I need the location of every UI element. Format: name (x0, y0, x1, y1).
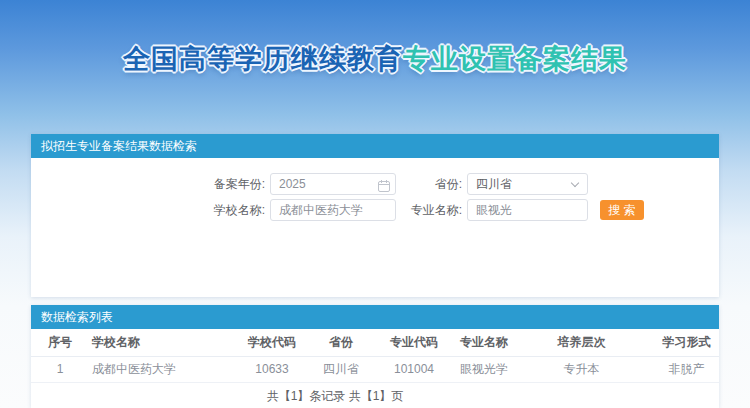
page: { "page": { "title_part1": "全国高等学历继续教育",… (0, 0, 750, 408)
chevron-down-icon (571, 179, 579, 187)
col-header-study-form: 学习形式 (654, 329, 719, 356)
col-header-level: 培养层次 (509, 329, 654, 356)
cell-study-form: 非脱产 (654, 356, 719, 382)
table-row: 1 成都中医药大学 10633 四川省 101004 眼视光学 专升本 非脱产 (31, 356, 719, 382)
col-header-major-name: 专业名称 (459, 329, 509, 356)
cell-index: 1 (31, 356, 89, 382)
search-panel: 拟招生专业备案结果数据检索 备案年份: 省份: 四川省 (31, 134, 719, 297)
page-title-primary: 全国高等学历继续教育 (123, 44, 403, 74)
major-field-wrap (467, 199, 588, 221)
major-name-label: 专业名称: (331, 199, 462, 221)
col-header-province: 省份 (313, 329, 369, 356)
result-panel: 数据检索列表 序号 学校名称 学校代码 省份 专业代码 专业名称 培养层次 学习… (31, 305, 719, 408)
col-header-major-code: 专业代码 (369, 329, 459, 356)
cell-school-code: 10633 (231, 356, 313, 382)
province-select[interactable]: 四川省 (467, 173, 588, 195)
col-header-school-name: 学校名称 (89, 329, 231, 356)
table-header-row: 序号 学校名称 学校代码 省份 专业代码 专业名称 培养层次 学习形式 (31, 329, 719, 356)
page-title: 全国高等学历继续教育专业设置备案结果 (0, 41, 750, 77)
province-label: 省份: (331, 173, 462, 195)
page-title-accent: 专业设置备案结果 (403, 44, 627, 74)
form-row-2: 学校名称: 专业名称: 搜 索 (31, 199, 719, 221)
cell-major-code: 101004 (369, 356, 459, 382)
year-label: 备案年份: (31, 173, 265, 195)
col-header-school-code: 学校代码 (231, 329, 313, 356)
search-panel-header: 拟招生专业备案结果数据检索 (31, 134, 719, 158)
result-panel-header: 数据检索列表 (31, 305, 719, 329)
search-button[interactable]: 搜 索 (600, 200, 644, 220)
result-table: 序号 学校名称 学校代码 省份 专业代码 专业名称 培养层次 学习形式 1 成都… (31, 329, 719, 383)
col-header-index: 序号 (31, 329, 89, 356)
cell-school-name: 成都中医药大学 (89, 356, 231, 382)
cell-level: 专升本 (509, 356, 654, 382)
school-name-label: 学校名称: (31, 199, 265, 221)
cell-province: 四川省 (313, 356, 369, 382)
cell-major-name: 眼视光学 (459, 356, 509, 382)
form-row-1: 备案年份: 省份: 四川省 (31, 173, 719, 195)
pagination-summary: 共【1】条记录 共【1】页 (0, 388, 679, 405)
major-name-input[interactable] (467, 199, 588, 221)
result-table-area: 序号 学校名称 学校代码 省份 专业代码 专业名称 培养层次 学习形式 1 成都… (31, 329, 719, 405)
province-select-value: 四川省 (476, 177, 512, 191)
